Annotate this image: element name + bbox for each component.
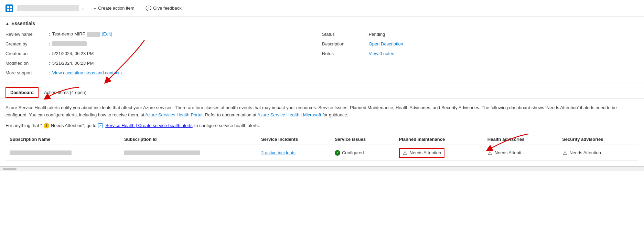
notes-label: Notes (322, 51, 363, 56)
col-subscription-name: Subscription Name (6, 134, 120, 145)
essentials-modified-on-row: Modified on : 5/21/2024, 06:23 PM (6, 59, 322, 67)
health-advisories-warn-icon: ⚠ (487, 150, 493, 156)
page-title-redacted (17, 5, 79, 11)
svg-rect-1 (10, 6, 12, 8)
tabs-section: Dashboard Action Items (4 open) (0, 86, 644, 99)
essentials-description-row: Description : Open Description (322, 40, 638, 48)
col-planned-maintenance: Planned maintenance (395, 134, 483, 145)
cell-subscription-id (120, 145, 257, 161)
subscription-table: Subscription Name Subscription Id Servic… (6, 134, 638, 161)
create-action-item-button[interactable]: + Create action item (92, 4, 137, 12)
scroll-thumb[interactable] (3, 168, 17, 170)
top-bar-actions: + Create action item 💬 Give feedback (92, 4, 184, 12)
app-logo (6, 4, 13, 12)
warning-icon: ! (44, 123, 49, 128)
essentials-section: ▲ Essentials Review name : Test-demo MIR… (0, 17, 644, 79)
planned-maintenance-text: Needs Attention (410, 150, 441, 155)
table-header-row: Subscription Name Subscription Id Servic… (6, 134, 638, 145)
created-on-label: Created on (6, 51, 47, 56)
service-issues-configured: ✓ Configured (335, 150, 391, 156)
essentials-grid: Review name : Test-demo MIRP (Edit) Crea… (6, 30, 638, 76)
azure-service-health-link[interactable]: Azure Service Health | Microsoft (257, 112, 321, 117)
give-feedback-label: Give feedback (153, 6, 182, 11)
subscription-id-redacted (124, 150, 200, 155)
security-advisories-text: Needs Attention (569, 150, 601, 155)
cell-health-advisories: ⚠ Needs Attenti... (483, 145, 558, 161)
table-wrapper: Subscription Name Subscription Id Servic… (6, 134, 638, 161)
chevron-down-icon[interactable]: ⌄ (81, 6, 85, 11)
configured-text: Configured (342, 150, 364, 155)
essentials-created-on-row: Created on : 5/21/2024, 06:23 PM (6, 50, 322, 57)
col-service-incidents: Service Incidents (257, 134, 331, 145)
essentials-review-name-row: Review name : Test-demo MIRP (Edit) (6, 30, 322, 38)
subscription-table-container[interactable]: Subscription Name Subscription Id Servic… (6, 134, 638, 161)
essentials-left-col: Review name : Test-demo MIRP (Edit) Crea… (6, 30, 322, 76)
check-circle-icon: ✓ (335, 150, 340, 156)
review-name-value: Test-demo MIRP (Edit) (52, 31, 112, 37)
status-label: Status (322, 32, 363, 37)
tab-dashboard[interactable]: Dashboard (6, 87, 39, 98)
table-row: 2 active incidents ✓ Configured ⚠ Needs (6, 145, 638, 161)
essentials-right-col: Status : Pending Description : Open Desc… (322, 30, 638, 76)
created-by-value-redacted (52, 41, 87, 46)
tab-action-items-label: Action Items (4 open) (44, 90, 87, 95)
azure-health-portal-link[interactable]: Azure Services Health Portal (145, 112, 202, 117)
service-health-create-alerts-link[interactable]: Service Health | Create service health a… (105, 123, 192, 128)
status-value: Pending (369, 32, 385, 37)
health-advisories-text: Needs Attenti... (495, 150, 525, 155)
svg-rect-3 (10, 9, 12, 11)
essentials-created-by-row: Created by : (6, 40, 322, 48)
view-notes-link[interactable]: View 0 notes (369, 51, 394, 56)
dashboard-description: Azure Service Health alerts notify you a… (6, 104, 638, 119)
attention-line: For anything that " ! Needs Attention", … (6, 123, 638, 128)
health-advisories-status: ⚠ Needs Attenti... (487, 150, 554, 156)
more-support-label: More support (6, 70, 47, 75)
cell-security-advisories: ⚠ Needs Attention (558, 145, 638, 161)
essentials-title: Essentials (11, 21, 35, 26)
security-advisories-warn-icon: ⚠ (562, 150, 568, 156)
svg-rect-2 (7, 9, 9, 11)
col-service-issues: Service issues (331, 134, 395, 145)
modified-on-value: 5/21/2024, 06:23 PM (52, 61, 94, 66)
plus-icon: + (94, 6, 96, 11)
feedback-icon: 💬 (146, 6, 151, 11)
needs-attention-inline-text: Needs Attention", go to (51, 123, 97, 128)
modified-on-label: Modified on (6, 61, 47, 66)
tab-action-items[interactable]: Action Items (4 open) (39, 86, 92, 98)
attention-end-text: to configure service health alerts. (194, 123, 260, 128)
horizontal-scrollbar[interactable] (0, 166, 644, 171)
collapse-chevron-icon: ▲ (6, 21, 9, 25)
tab-dashboard-label: Dashboard (10, 90, 34, 95)
cell-subscription-name (6, 145, 120, 161)
essentials-status-row: Status : Pending (322, 30, 638, 38)
subscription-name-redacted (10, 150, 72, 155)
service-incidents-link[interactable]: 2 active incidents (261, 150, 296, 155)
col-security-advisories: Security advisories (558, 134, 638, 145)
description-label: Description (322, 41, 363, 46)
planned-maintenance-attention-box: ⚠ Needs Attention (399, 148, 445, 158)
create-action-label: Create action item (98, 6, 135, 11)
security-advisories-status: ⚠ Needs Attention (562, 150, 634, 156)
cell-service-incidents: 2 active incidents (257, 145, 331, 161)
open-description-link[interactable]: Open Description (369, 41, 403, 46)
cell-service-issues: ✓ Configured (331, 145, 395, 161)
main-content: Azure Service Health alerts notify you a… (0, 99, 644, 166)
edit-review-name-link[interactable]: (Edit) (101, 31, 112, 36)
attention-prefix-text: For anything that " (6, 123, 42, 128)
review-name-label: Review name (6, 32, 47, 37)
essentials-notes-row: Notes : View 0 notes (322, 50, 638, 57)
breadcrumb-title-area: ⌄ (17, 5, 85, 11)
col-health-advisories: Health advisories (483, 134, 558, 145)
essentials-divider (0, 83, 644, 83)
give-feedback-button[interactable]: 💬 Give feedback (143, 4, 184, 12)
svg-rect-0 (7, 6, 9, 8)
essentials-more-support-row: More support : View escalation steps and… (6, 69, 322, 76)
top-bar: ⌄ + Create action item 💬 Give feedback (0, 0, 644, 17)
essentials-header[interactable]: ▲ Essentials (6, 21, 638, 26)
tabs-bar: Dashboard Action Items (4 open) (0, 86, 644, 99)
cell-planned-maintenance: ⚠ Needs Attention (395, 145, 483, 161)
created-on-value: 5/21/2024, 06:23 PM (52, 51, 94, 56)
external-link-icon: ↗ (98, 123, 103, 128)
escalation-steps-link[interactable]: View escalation steps and contacts (52, 70, 122, 75)
planned-maintenance-warn-icon: ⚠ (402, 150, 408, 156)
